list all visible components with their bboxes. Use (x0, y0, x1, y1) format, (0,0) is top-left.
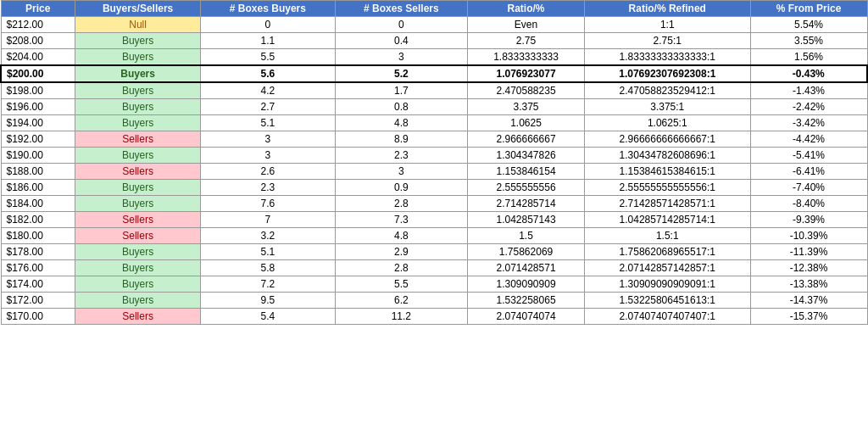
boxes-buyers-cell: 0 (201, 17, 335, 33)
ratio-refined-cell: 2.96666666666667:1 (585, 131, 750, 148)
boxes-buyers-cell: 5.5 (201, 49, 335, 66)
boxes-buyers-cell: 5.1 (201, 115, 335, 131)
side-cell: Buyers (75, 293, 200, 309)
ratio-cell: 1.0625 (468, 115, 585, 131)
price-cell: $180.00 (1, 228, 75, 244)
from-price-cell: -10.39% (750, 228, 867, 244)
price-cell: $194.00 (1, 115, 75, 131)
boxes-buyers-cell: 4.2 (201, 82, 335, 99)
boxes-sellers-cell: 4.8 (335, 228, 467, 244)
from-price-cell: 5.54% (750, 17, 867, 33)
price-cell: $184.00 (1, 196, 75, 212)
from-price-cell: -0.43% (750, 65, 867, 82)
side-cell: Buyers (75, 148, 200, 164)
ratio-cell: 1.042857143 (468, 212, 585, 228)
table-row: $174.00Buyers7.25.51.3090909091.30909090… (1, 276, 867, 293)
price-cell: $192.00 (1, 131, 75, 148)
boxes-sellers-cell: 4.8 (335, 115, 467, 131)
price-cell: $170.00 (1, 309, 75, 325)
ratio-refined-cell: 1.15384615384615:1 (585, 164, 750, 180)
from-price-cell: -1.43% (750, 82, 867, 99)
side-cell: Sellers (75, 228, 200, 244)
col-header-6: % From Price (750, 1, 867, 17)
boxes-sellers-cell: 7.3 (335, 212, 467, 228)
boxes-sellers-cell: 8.9 (335, 131, 467, 148)
price-cell: $188.00 (1, 164, 75, 180)
table-row: $172.00Buyers9.56.21.5322580651.53225806… (1, 293, 867, 309)
from-price-cell: -13.38% (750, 276, 867, 293)
side-cell: Buyers (75, 180, 200, 196)
ratio-refined-cell: 2.75:1 (585, 33, 750, 49)
ratio-cell: 2.75 (468, 33, 585, 49)
boxes-sellers-cell: 2.8 (335, 196, 467, 212)
price-cell: $198.00 (1, 82, 75, 99)
price-cell: $178.00 (1, 244, 75, 260)
boxes-sellers-cell: 2.3 (335, 148, 467, 164)
ratio-cell: 1.304347826 (468, 148, 585, 164)
table-row: $198.00Buyers4.21.72.4705882352.47058823… (1, 82, 867, 99)
boxes-buyers-cell: 5.1 (201, 244, 335, 260)
ratio-refined-cell: 1.0625:1 (585, 115, 750, 131)
col-header-2: # Boxes Buyers (201, 1, 335, 17)
boxes-sellers-cell: 3 (335, 49, 467, 66)
price-cell: $190.00 (1, 148, 75, 164)
boxes-buyers-cell: 7 (201, 212, 335, 228)
col-header-3: # Boxes Sellers (335, 1, 467, 17)
boxes-buyers-cell: 5.8 (201, 260, 335, 276)
table-row: $178.00Buyers5.12.91.758620691.758620689… (1, 244, 867, 260)
boxes-buyers-cell: 9.5 (201, 293, 335, 309)
price-cell: $196.00 (1, 99, 75, 115)
boxes-buyers-cell: 2.6 (201, 164, 335, 180)
boxes-sellers-cell: 3 (335, 164, 467, 180)
ratio-refined-cell: 3.375:1 (585, 99, 750, 115)
table-row: $192.00Sellers38.92.9666666672.966666666… (1, 131, 867, 148)
price-cell: $212.00 (1, 17, 75, 33)
ratio-refined-cell: 1.30909090909091:1 (585, 276, 750, 293)
side-cell: Sellers (75, 212, 200, 228)
boxes-sellers-cell: 0.8 (335, 99, 467, 115)
boxes-sellers-cell: 11.2 (335, 309, 467, 325)
from-price-cell: -11.39% (750, 244, 867, 260)
col-header-5: Ratio/% Refined (585, 1, 750, 17)
from-price-cell: -6.41% (750, 164, 867, 180)
table-row: $204.00Buyers5.531.83333333331.833333333… (1, 49, 867, 66)
from-price-cell: -9.39% (750, 212, 867, 228)
ratio-refined-cell: 2.55555555555556:1 (585, 180, 750, 196)
ratio-refined-cell: 1.07692307692308:1 (585, 65, 750, 82)
from-price-cell: 3.55% (750, 33, 867, 49)
side-cell: Buyers (75, 49, 200, 66)
ratio-cell: 1.076923077 (468, 65, 585, 82)
boxes-sellers-cell: 6.2 (335, 293, 467, 309)
boxes-buyers-cell: 3 (201, 148, 335, 164)
ratio-cell: 1.5 (468, 228, 585, 244)
table-row: $176.00Buyers5.82.82.0714285712.07142857… (1, 260, 867, 276)
ratio-cell: 2.714285714 (468, 196, 585, 212)
boxes-sellers-cell: 5.2 (335, 65, 467, 82)
boxes-sellers-cell: 2.8 (335, 260, 467, 276)
boxes-sellers-cell: 1.7 (335, 82, 467, 99)
main-table: PriceBuyers/Sellers# Boxes Buyers# Boxes… (0, 0, 868, 325)
col-header-0: Price (1, 1, 75, 17)
side-cell: Sellers (75, 309, 200, 325)
ratio-cell: 1.75862069 (468, 244, 585, 260)
side-cell: Buyers (75, 82, 200, 99)
from-price-cell: -4.42% (750, 131, 867, 148)
table-row: $184.00Buyers7.62.82.7142857142.71428571… (1, 196, 867, 212)
price-cell: $172.00 (1, 293, 75, 309)
ratio-refined-cell: 2.07407407407407:1 (585, 309, 750, 325)
price-cell: $200.00 (1, 65, 75, 82)
from-price-cell: -3.42% (750, 115, 867, 131)
table-row: $200.00Buyers5.65.21.0769230771.07692307… (1, 65, 867, 82)
side-cell: Buyers (75, 244, 200, 260)
table-row: $208.00Buyers1.10.42.752.75:13.55% (1, 33, 867, 49)
boxes-sellers-cell: 2.9 (335, 244, 467, 260)
ratio-refined-cell: 1.5:1 (585, 228, 750, 244)
from-price-cell: -7.40% (750, 180, 867, 196)
boxes-buyers-cell: 3.2 (201, 228, 335, 244)
side-cell: Buyers (75, 115, 200, 131)
from-price-cell: 1.56% (750, 49, 867, 66)
table-row: $188.00Sellers2.631.1538461541.153846153… (1, 164, 867, 180)
from-price-cell: -12.38% (750, 260, 867, 276)
ratio-refined-cell: 1.30434782608696:1 (585, 148, 750, 164)
table-row: $212.00Null00Even1:15.54% (1, 17, 867, 33)
